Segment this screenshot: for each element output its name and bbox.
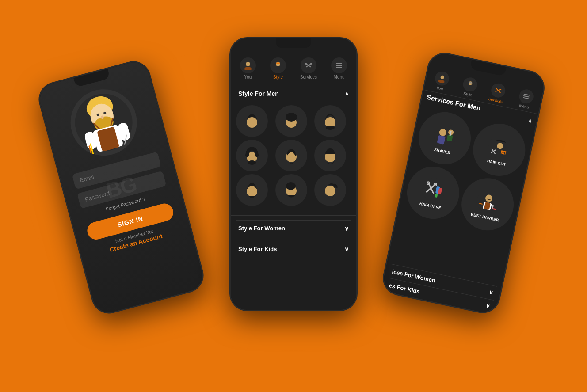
center-nav-bar: You Style — [231, 54, 356, 82]
chevron-down-kids-services-icon: ∨ — [485, 302, 491, 310]
login-form: Forget Password ? SIGN IN Not a Member Y… — [68, 150, 184, 259]
style-kids-section: Style For Kids ∨ — [231, 239, 356, 259]
service-bestbarber[interactable]: BEST BARBER — [457, 173, 518, 235]
barber-illustration — [68, 85, 140, 160]
divider-1 — [231, 215, 356, 216]
svg-rect-24 — [336, 63, 342, 64]
style-women-accordion[interactable]: Style For Women ∨ — [236, 220, 351, 236]
hairstyle-6[interactable] — [314, 140, 346, 171]
style-men-label: Style For Men — [238, 90, 279, 97]
style-screen: You Style — [231, 38, 356, 310]
menu-icon — [331, 57, 347, 73]
svg-point-39 — [325, 186, 335, 196]
right-services-label: Services — [488, 96, 504, 104]
svg-point-33 — [248, 160, 256, 165]
chevron-down-women-services-icon: ∨ — [488, 289, 494, 296]
hairstyle-7[interactable] — [236, 174, 268, 206]
svg-point-48 — [431, 121, 459, 148]
nav-services[interactable]: Services — [300, 57, 317, 80]
right-nav-services[interactable]: Services — [482, 80, 513, 105]
hairstyle-4[interactable] — [236, 140, 268, 171]
phone-style: You Style — [229, 37, 358, 311]
right-nav-you[interactable]: You — [426, 69, 457, 93]
hairstyle-2[interactable] — [275, 105, 307, 137]
right-you-label: You — [436, 85, 443, 91]
hairstyle-1[interactable] — [236, 105, 268, 137]
phone-services: You Style — [380, 49, 548, 316]
right-menu-icon — [518, 88, 534, 105]
services-label: Services — [300, 75, 317, 80]
services-grid: SHAVES — [402, 107, 530, 235]
chevron-down-women-icon: ∨ — [344, 225, 349, 232]
hairstyle-8[interactable] — [275, 174, 307, 206]
svg-point-63 — [420, 175, 447, 203]
right-you-icon — [434, 70, 450, 87]
phones-container: BG — [50, 15, 537, 377]
nav-you[interactable]: You — [240, 57, 256, 80]
svg-point-17 — [246, 62, 250, 66]
svg-point-18 — [244, 67, 252, 70]
services-kids-label: es For Kids — [389, 282, 420, 295]
services-icon — [301, 57, 316, 73]
style-men-accordion[interactable]: Style For Men ∧ — [236, 86, 351, 102]
you-icon — [240, 57, 256, 73]
svg-point-27 — [247, 117, 257, 128]
right-nav-menu[interactable]: Menu — [510, 86, 541, 111]
chevron-down-kids-icon: ∨ — [344, 246, 349, 253]
menu-label: Menu — [334, 75, 345, 80]
hairstyle-grid — [236, 102, 351, 209]
hairstyle-9[interactable] — [314, 174, 346, 206]
svg-point-38 — [286, 182, 296, 190]
avatar-circle — [63, 82, 145, 163]
svg-point-36 — [247, 186, 257, 197]
you-label: You — [244, 75, 252, 80]
svg-point-41 — [438, 79, 444, 84]
style-kids-label: Style For Kids — [238, 246, 277, 252]
right-nav-style[interactable]: Style — [454, 74, 485, 99]
hairstyle-3[interactable] — [314, 105, 346, 137]
right-style-icon — [461, 76, 478, 93]
service-haircut[interactable]: HAIR CUT — [468, 119, 530, 181]
svg-rect-26 — [336, 67, 342, 68]
login-screen: BG — [36, 59, 206, 316]
style-women-label: Style For Women — [238, 225, 285, 232]
services-screen: You Style — [381, 51, 546, 315]
services-men-area: Services For Men ∧ — [387, 90, 538, 287]
svg-point-22 — [305, 63, 307, 65]
nav-menu[interactable]: Menu — [331, 57, 347, 80]
right-menu-label: Menu — [518, 103, 529, 109]
svg-point-23 — [310, 63, 312, 65]
svg-point-40 — [440, 75, 444, 79]
style-kids-accordion[interactable]: Style For Kids ∨ — [236, 241, 351, 257]
style-label: Style — [273, 75, 283, 80]
svg-point-31 — [326, 126, 335, 130]
phone-login: BG — [35, 57, 208, 317]
right-services-icon — [490, 82, 507, 99]
svg-rect-45 — [523, 93, 530, 95]
style-men-section: Style For Men ∧ — [231, 82, 356, 213]
nav-style[interactable]: Style — [270, 57, 286, 80]
service-haircare[interactable]: HAIR CARE — [402, 162, 464, 224]
right-style-label: Style — [463, 91, 473, 97]
svg-point-29 — [286, 113, 297, 122]
svg-rect-25 — [336, 65, 342, 66]
service-shaves[interactable]: SHAVES — [414, 107, 476, 169]
style-women-section: Style For Women ∨ — [231, 218, 356, 239]
hairstyle-5[interactable] — [275, 140, 307, 171]
style-icon — [270, 57, 286, 73]
chevron-up-icon: ∧ — [345, 91, 349, 97]
chevron-up-services-icon: ∧ — [527, 117, 533, 124]
